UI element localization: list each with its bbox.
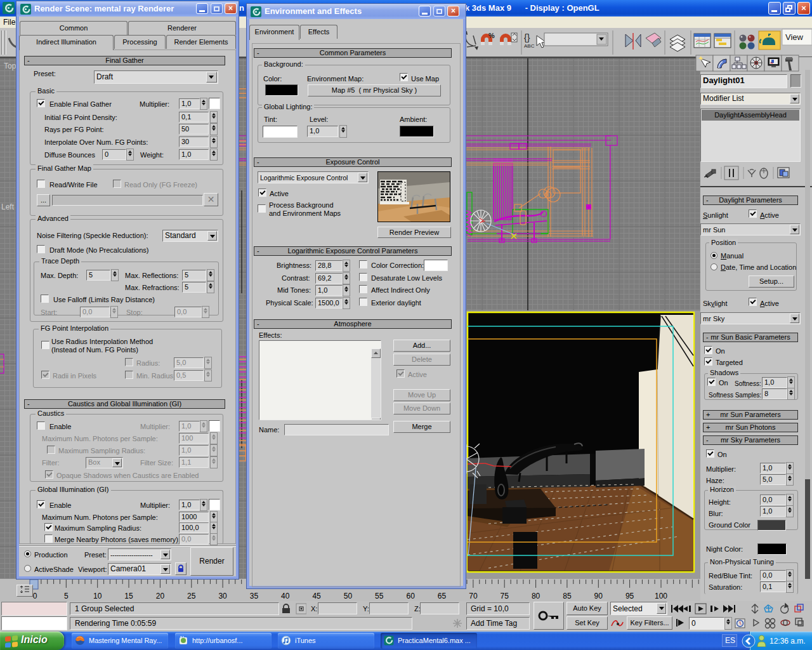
svg-text:10: 10 bbox=[93, 592, 102, 600]
svg-text:15: 15 bbox=[124, 592, 133, 600]
svg-text:95: 95 bbox=[625, 592, 634, 600]
svg-text:25: 25 bbox=[187, 592, 196, 600]
svg-text:40: 40 bbox=[281, 592, 290, 600]
svg-text:100: 100 bbox=[655, 592, 667, 600]
svg-text:Left: Left bbox=[1, 202, 15, 211]
svg-text:45: 45 bbox=[312, 592, 321, 600]
svg-text:{}: {} bbox=[524, 32, 530, 43]
svg-text:55: 55 bbox=[375, 592, 384, 600]
svg-text:85: 85 bbox=[563, 592, 572, 600]
svg-text:70: 70 bbox=[469, 592, 478, 600]
svg-text:View: View bbox=[785, 32, 804, 42]
svg-text:ABC: ABC bbox=[524, 43, 535, 49]
svg-text:20: 20 bbox=[156, 592, 165, 600]
svg-text:%: % bbox=[488, 32, 495, 39]
svg-text:30: 30 bbox=[218, 592, 227, 600]
svg-text:75: 75 bbox=[501, 592, 509, 600]
svg-text:80: 80 bbox=[532, 592, 540, 600]
svg-text:0: 0 bbox=[33, 592, 37, 600]
svg-text:Top: Top bbox=[4, 62, 16, 70]
svg-text:50: 50 bbox=[344, 592, 353, 600]
svg-text:60: 60 bbox=[407, 592, 416, 600]
svg-text:35: 35 bbox=[250, 592, 259, 600]
svg-text:90: 90 bbox=[594, 592, 603, 600]
svg-text:65: 65 bbox=[438, 592, 447, 600]
svg-text:5: 5 bbox=[64, 592, 69, 600]
